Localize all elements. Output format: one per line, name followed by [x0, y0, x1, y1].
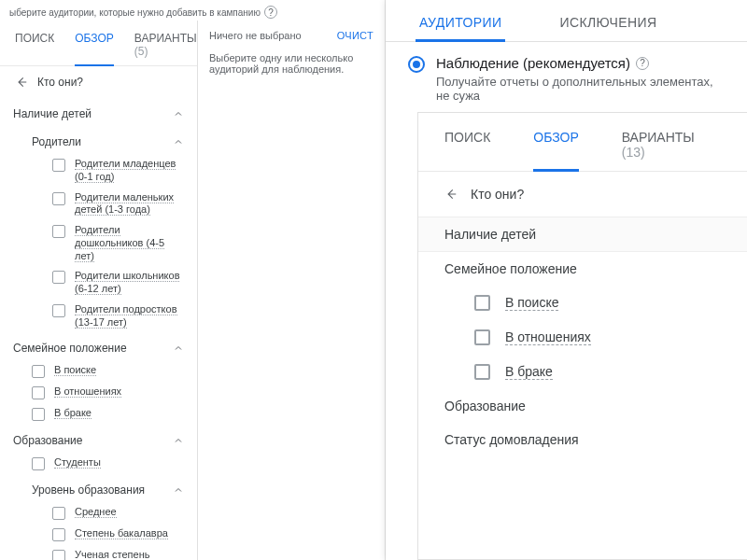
checkbox[interactable] — [52, 550, 65, 560]
checkbox[interactable] — [52, 159, 65, 172]
breadcrumb[interactable]: Кто они? — [0, 66, 197, 98]
left-pane: ыберите аудитории, которые нужно добавит… — [0, 0, 386, 560]
checkbox-label: В браке — [54, 407, 92, 419]
section-marital: Семейное положение — [0, 332, 197, 360]
checkbox-row[interactable]: Степень бакалавра — [0, 524, 197, 545]
checkbox-row[interactable]: Родители дошкольников (4-5 лет) — [0, 220, 197, 266]
checkbox-row[interactable]: В поиске — [418, 286, 747, 320]
section-marital-header[interactable]: Семейное положение — [13, 338, 184, 358]
checkbox-label: В поиске — [505, 295, 558, 311]
checkbox[interactable] — [52, 225, 65, 238]
back-arrow-icon[interactable] — [444, 188, 458, 201]
checkbox[interactable] — [52, 507, 65, 520]
section-children-label: Наличие детей — [13, 107, 92, 120]
top-tabs: АУДИТОРИИ ИСКЛЮЧЕНИЯ — [386, 0, 747, 42]
checkbox-label: Родители младенцев (0-1 год) — [75, 158, 176, 183]
help-icon[interactable]: ? — [264, 6, 277, 19]
checkbox-row[interactable]: Среднее — [0, 502, 197, 524]
checkbox-label: Родители подростков (13-17 лет) — [75, 303, 177, 329]
tab-exclusions[interactable]: ИСКЛЮЧЕНИЯ — [556, 0, 660, 41]
clear-button[interactable]: ОЧИСТ — [337, 30, 374, 41]
checkbox[interactable] — [32, 457, 45, 470]
tab-audiences[interactable]: АУДИТОРИИ — [416, 0, 505, 41]
section-children: Наличие детей — [0, 98, 197, 126]
checkbox[interactable] — [52, 304, 65, 317]
checkbox-row[interactable]: Ученая степень — [0, 545, 197, 560]
checkbox-row[interactable]: В поиске — [0, 360, 197, 382]
checkbox-row[interactable]: Студенты — [0, 453, 197, 474]
checkbox[interactable] — [32, 365, 45, 378]
subsection-parents-label: Родители — [32, 135, 81, 148]
subsection-edu-level: Уровень образования — [0, 474, 197, 502]
chevron-up-icon — [173, 435, 184, 446]
section-homeowner[interactable]: Статус домовладения — [418, 423, 747, 456]
section-marital[interactable]: Семейное положение — [418, 252, 747, 286]
checkbox[interactable] — [32, 408, 45, 421]
checkbox-row[interactable]: Родители подростков (13-17 лет) — [0, 300, 197, 333]
audience-browser: ПОИСК ОБЗОР ВАРИАНТЫ (5) Кто они? Наличи… — [0, 21, 198, 560]
subsection-parents: Родители — [0, 126, 197, 154]
none-selected-text: Ничего не выбрано — [209, 30, 302, 41]
radio-title: Наблюдение (рекомендуется) — [436, 55, 630, 71]
checkbox-label: В отношениях — [505, 329, 591, 345]
checkbox-label: В отношениях — [54, 385, 121, 398]
checkbox[interactable] — [32, 386, 45, 399]
checkbox[interactable] — [474, 329, 490, 345]
chevron-up-icon — [173, 136, 184, 147]
breadcrumb-label: Кто они? — [471, 187, 524, 202]
subsection-edu-level-header[interactable]: Уровень образования — [32, 480, 184, 500]
left-tabs: ПОИСК ОБЗОР ВАРИАНТЫ (5) — [0, 21, 197, 66]
right-card: ПОИСК ОБЗОР ВАРИАНТЫ (13) Кто они? Налич… — [417, 112, 747, 560]
selection-hint: Выберите одну или несколько аудиторий дл… — [209, 52, 374, 75]
section-children-header[interactable]: Наличие детей — [13, 104, 184, 124]
chevron-up-icon — [173, 484, 184, 496]
checkbox[interactable] — [474, 364, 490, 380]
checkbox-label: Среднее — [75, 506, 117, 518]
checkbox-row[interactable]: Родители младенцев (0-1 год) — [0, 154, 197, 188]
chevron-up-icon — [173, 108, 184, 119]
back-arrow-icon[interactable] — [15, 76, 28, 89]
tab-browse[interactable]: ОБЗОР — [75, 26, 114, 65]
checkbox[interactable] — [52, 271, 65, 284]
checkbox[interactable] — [52, 528, 65, 541]
right-pane: АУДИТОРИИ ИСКЛЮЧЕНИЯ Наблюдение (рекомен… — [386, 0, 747, 560]
tab-variants[interactable]: ВАРИАНТЫ (5) — [134, 26, 197, 65]
tab-search[interactable]: ПОИСК — [444, 119, 490, 171]
tab-variants-label: ВАРИАНТЫ — [134, 32, 197, 45]
radio-subtitle: Получайте отчеты о дополнительных элемен… — [436, 75, 725, 103]
checkbox-label: Ученая степень — [75, 549, 149, 560]
checkbox-label: Родители дошкольников (4-5 лет) — [75, 224, 164, 262]
section-children[interactable]: Наличие детей — [418, 217, 747, 252]
tab-variants-count: (13) — [622, 145, 645, 160]
chevron-up-icon — [173, 343, 184, 354]
checkbox-label: Родители школьников (6-12 лет) — [75, 270, 179, 295]
section-children-label: Наличие детей — [444, 227, 536, 242]
subsection-parents-header[interactable]: Родители — [32, 132, 184, 152]
help-icon[interactable]: ? — [636, 57, 649, 70]
section-marital-label: Семейное положение — [444, 261, 577, 276]
section-education[interactable]: Образование — [418, 389, 747, 423]
checkbox-label: В браке — [505, 364, 553, 380]
tab-variants[interactable]: ВАРИАНТЫ (13) — [622, 119, 721, 171]
tab-search[interactable]: ПОИСК — [15, 26, 54, 65]
selection-panel: Ничего не выбрано ОЧИСТ Выберите одну ил… — [198, 21, 385, 560]
checkbox-label: В поиске — [54, 364, 96, 376]
checkbox-row[interactable]: Родители маленьких детей (1-3 года) — [0, 188, 197, 221]
checkbox-row[interactable]: В отношениях — [418, 320, 747, 355]
radio-selected-icon[interactable] — [408, 56, 425, 73]
targeting-mode-radio[interactable]: Наблюдение (рекомендуется) ? Получайте о… — [386, 42, 747, 112]
right-inner-tabs: ПОИСК ОБЗОР ВАРИАНТЫ (13) — [418, 113, 747, 172]
hint-text: ыберите аудитории, которые нужно добавит… — [9, 7, 261, 18]
checkbox-row[interactable]: В браке — [0, 403, 197, 425]
tab-variants-count: (5) — [134, 45, 148, 58]
checkbox-row[interactable]: В браке — [418, 355, 747, 389]
breadcrumb[interactable]: Кто они? — [418, 172, 747, 217]
section-education-header[interactable]: Образование — [13, 430, 184, 451]
checkbox[interactable] — [474, 295, 490, 311]
checkbox-label: Родители маленьких детей (1-3 года) — [75, 191, 174, 217]
tab-browse[interactable]: ОБЗОР — [533, 119, 578, 171]
checkbox[interactable] — [52, 192, 65, 205]
checkbox-row[interactable]: Родители школьников (6-12 лет) — [0, 266, 197, 300]
checkbox-row[interactable]: В отношениях — [0, 382, 197, 403]
subsection-edu-level-label: Уровень образования — [32, 483, 145, 497]
